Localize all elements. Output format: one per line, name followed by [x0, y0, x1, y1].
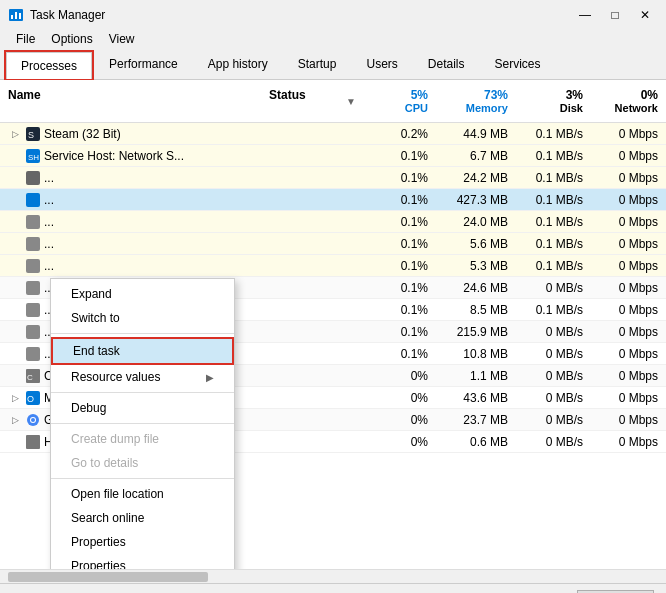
- ctx-resource-values[interactable]: Resource values ▶: [51, 365, 234, 389]
- tab-app-history[interactable]: App history: [193, 50, 283, 80]
- csrss-icon: C: [26, 369, 40, 383]
- process-memory: 23.7 MB: [436, 411, 516, 429]
- table-row[interactable]: ... 0.1% 24.0 MB 0.1 MB/s 0 Mbps: [0, 211, 666, 233]
- process-memory: 427.3 MB: [436, 191, 516, 209]
- ctx-go-to-details[interactable]: Open file location: [51, 482, 234, 506]
- tab-processes[interactable]: Processes: [6, 52, 92, 79]
- maximize-button[interactable]: □: [602, 6, 628, 24]
- menu-options[interactable]: Options: [43, 30, 100, 48]
- table-body[interactable]: ▷ S Steam (32 Bit) 0.2% 44.9 MB 0.1 MB/s…: [0, 123, 666, 569]
- process-cpu: 0%: [361, 433, 436, 451]
- ctx-search-online[interactable]: Properties: [51, 530, 234, 554]
- ctx-open-file-location[interactable]: Search online: [51, 506, 234, 530]
- process-network: 0 Mbps: [591, 345, 666, 363]
- process-memory: 8.5 MB: [436, 301, 516, 319]
- tab-users[interactable]: Users: [351, 50, 412, 80]
- col-header-memory[interactable]: 73% Memory: [436, 84, 516, 118]
- ctx-end-task[interactable]: End task: [51, 337, 234, 365]
- svg-text:C: C: [27, 373, 33, 382]
- ctx-switch-to[interactable]: Switch to: [51, 306, 234, 330]
- tab-performance[interactable]: Performance: [94, 50, 193, 80]
- table-row[interactable]: ... 0.1% 24.2 MB 0.1 MB/s 0 Mbps: [0, 167, 666, 189]
- process-cpu: 0%: [361, 411, 436, 429]
- process-cpu: 0.1%: [361, 191, 436, 209]
- process-memory: 10.8 MB: [436, 345, 516, 363]
- process-name: SH Service Host: Network S...: [0, 147, 281, 165]
- process-disk: 0.1 MB/s: [516, 169, 591, 187]
- process-cpu: 0.2%: [361, 125, 436, 143]
- process-memory: 0.6 MB: [436, 433, 516, 451]
- tab-services[interactable]: Services: [480, 50, 556, 80]
- table-header: Name Status ▼ 5% CPU 73% Memory 3% Disk …: [0, 80, 666, 123]
- process-icon: [26, 215, 40, 229]
- process-cpu: 0.1%: [361, 235, 436, 253]
- outlook-icon: O: [26, 391, 40, 405]
- title-bar-left: Task Manager: [8, 7, 105, 23]
- ctx-expand[interactable]: Expand: [51, 282, 234, 306]
- process-cpu: 0.1%: [361, 213, 436, 231]
- table-row[interactable]: ... 0.1% 5.6 MB 0.1 MB/s 0 Mbps: [0, 233, 666, 255]
- tab-startup[interactable]: Startup: [283, 50, 352, 80]
- menu-bar: File Options View: [0, 28, 666, 50]
- svg-rect-16: [26, 347, 40, 361]
- process-status: [281, 440, 361, 444]
- process-status: [281, 154, 361, 158]
- process-network: 0 Mbps: [591, 257, 666, 275]
- process-cpu: 0.1%: [361, 147, 436, 165]
- ctx-divider: [51, 333, 234, 334]
- process-status: [281, 132, 361, 136]
- submenu-arrow-icon: ▶: [206, 372, 214, 383]
- process-network: 0 Mbps: [591, 147, 666, 165]
- chrome-icon: [26, 413, 40, 427]
- horizontal-scroll-thumb[interactable]: [8, 572, 208, 582]
- taskhost-icon: [26, 435, 40, 449]
- menu-file[interactable]: File: [8, 30, 43, 48]
- process-cpu: 0.1%: [361, 169, 436, 187]
- process-network: 0 Mbps: [591, 213, 666, 231]
- expand-icon[interactable]: ▷: [8, 413, 22, 427]
- ctx-provide-feedback[interactable]: Debug: [51, 396, 234, 420]
- table-row[interactable]: ... 0.1% 427.3 MB 0.1 MB/s 0 Mbps: [0, 189, 666, 211]
- process-status: [281, 176, 361, 180]
- expand-icon[interactable]: ▷: [8, 391, 22, 405]
- process-status: [281, 308, 361, 312]
- process-memory: 24.2 MB: [436, 169, 516, 187]
- table-row[interactable]: ▷ S Steam (32 Bit) 0.2% 44.9 MB 0.1 MB/s…: [0, 123, 666, 145]
- col-header-network[interactable]: 0% Network: [591, 84, 666, 118]
- expand-icon[interactable]: ▷: [8, 127, 22, 141]
- process-disk: 0.1 MB/s: [516, 213, 591, 231]
- process-cpu: 0.1%: [361, 345, 436, 363]
- svg-rect-14: [26, 303, 40, 317]
- window-title: Task Manager: [30, 8, 105, 22]
- close-button[interactable]: ✕: [632, 6, 658, 24]
- horizontal-scrollbar[interactable]: [0, 569, 666, 583]
- minimize-button[interactable]: —: [572, 6, 598, 24]
- col-header-cpu[interactable]: 5% CPU: [361, 84, 436, 118]
- tab-details[interactable]: Details: [413, 50, 480, 80]
- col-header-disk[interactable]: 3% Disk: [516, 84, 591, 118]
- process-memory: 6.7 MB: [436, 147, 516, 165]
- col-header-name[interactable]: Name: [0, 84, 261, 118]
- svg-point-23: [31, 418, 35, 422]
- table-row[interactable]: ... 0.1% 5.3 MB 0.1 MB/s 0 Mbps: [0, 255, 666, 277]
- process-icon: [26, 303, 40, 317]
- process-disk: 0.1 MB/s: [516, 191, 591, 209]
- ctx-properties[interactable]: Properties Properties: [51, 554, 234, 569]
- process-memory: 1.1 MB: [436, 367, 516, 385]
- process-status: [281, 220, 361, 224]
- process-network: 0 Mbps: [591, 235, 666, 253]
- svg-rect-13: [26, 281, 40, 295]
- process-icon: [26, 347, 40, 361]
- col-header-status[interactable]: Status: [261, 84, 341, 118]
- process-status: [281, 418, 361, 422]
- process-name: ...: [0, 169, 281, 187]
- table-row[interactable]: SH Service Host: Network S... 0.1% 6.7 M…: [0, 145, 666, 167]
- process-icon: [26, 237, 40, 251]
- process-name: ...: [0, 191, 281, 209]
- menu-view[interactable]: View: [101, 30, 143, 48]
- process-network: 0 Mbps: [591, 279, 666, 297]
- process-disk: 0.1 MB/s: [516, 147, 591, 165]
- process-disk: 0 MB/s: [516, 367, 591, 385]
- process-network: 0 Mbps: [591, 301, 666, 319]
- svg-rect-8: [26, 171, 40, 185]
